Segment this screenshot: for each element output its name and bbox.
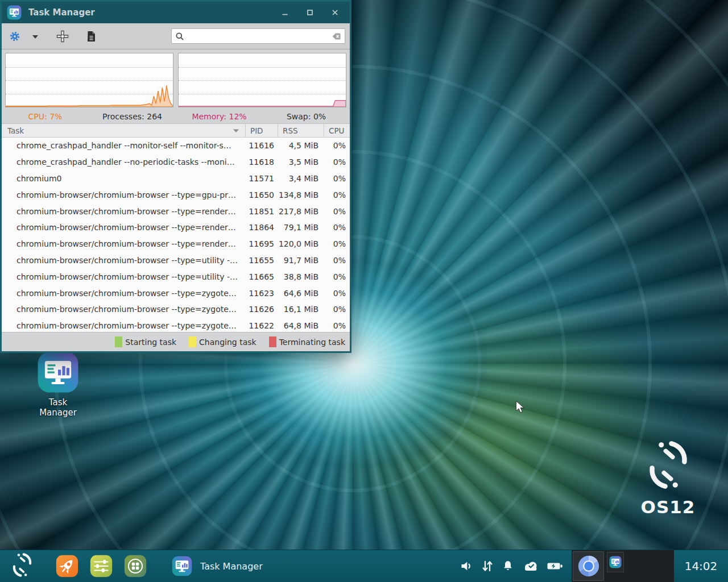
table-row[interactable]: chromium-browser/chromium-browser --type… xyxy=(2,252,350,269)
cpu-cell: 0% xyxy=(324,272,350,281)
volume-icon[interactable] xyxy=(459,559,474,573)
task-manager-window: Task Manager xyxy=(0,0,351,353)
app-grid-button[interactable] xyxy=(124,555,147,577)
pid-cell: 11851 xyxy=(245,207,278,216)
settings-button[interactable] xyxy=(6,27,23,46)
task-cell: chromium-browser/chromium-browser --type… xyxy=(2,207,245,216)
table-header: Task PID RSS CPU xyxy=(2,123,350,138)
tray-chromium-button[interactable] xyxy=(573,551,604,581)
column-header-rss[interactable]: RSS xyxy=(278,124,324,137)
notifications-bell-icon[interactable] xyxy=(501,559,515,573)
legend-label: Changing task xyxy=(199,338,257,347)
search-input[interactable] xyxy=(187,31,326,41)
cpu-cell: 0% xyxy=(324,289,350,298)
legend-label: Starting task xyxy=(125,338,176,347)
cpu-cell: 0% xyxy=(324,190,350,199)
task-cell: chrome_crashpad_handler --monitor-self -… xyxy=(2,141,245,150)
close-button[interactable] xyxy=(327,6,343,19)
cpu-cell: 0% xyxy=(324,157,350,167)
table-row[interactable]: chromium-browser/chromium-browser --type… xyxy=(2,203,350,219)
table-row[interactable]: chromium-browser/chromium-browser --type… xyxy=(2,186,350,203)
table-row[interactable]: chrome_crashpad_handler --monitor-self -… xyxy=(2,138,350,154)
os-logo-icon-small xyxy=(11,552,33,580)
show-details-button[interactable] xyxy=(81,27,101,46)
legend-item: Changing task xyxy=(189,336,257,347)
rss-cell: 16,1 MiB xyxy=(278,305,324,314)
cloud-sync-icon[interactable] xyxy=(522,559,539,573)
gear-icon xyxy=(9,31,20,42)
legend-item: Starting task xyxy=(115,336,176,347)
table-row[interactable]: chromium-browser/chromium-browser --type… xyxy=(2,318,350,332)
task-manager-icon xyxy=(37,351,79,393)
table-row[interactable]: chromium-browser/chromium-browser --type… xyxy=(2,285,350,301)
memory-graph-panel xyxy=(178,53,346,107)
cpu-cell: 0% xyxy=(324,256,350,265)
clear-search-icon[interactable] xyxy=(329,32,341,41)
maximize-icon xyxy=(307,9,313,16)
table-row[interactable]: chromium-browser/chromium-browser --type… xyxy=(2,268,350,285)
tray-task-manager-button[interactable] xyxy=(607,552,624,572)
pid-cell: 11622 xyxy=(245,321,278,330)
app-grid-icon xyxy=(124,555,147,577)
taskbar-app-label: Task Manager xyxy=(200,561,263,572)
document-icon xyxy=(86,31,96,42)
column-header-task[interactable]: Task xyxy=(2,124,245,137)
crosshair-icon xyxy=(56,30,69,43)
minimize-icon xyxy=(282,9,288,16)
table-row[interactable]: chromium-browser/chromium-browser --type… xyxy=(2,301,350,318)
table-row[interactable]: chromium-browser/chromium-browser --type… xyxy=(2,219,350,236)
cpu-header-label: CPU xyxy=(329,126,344,135)
table-row[interactable]: chromium0115713,4 MiB0% xyxy=(2,171,350,187)
table-row[interactable]: chrome_crashpad_handler --no-periodic-ta… xyxy=(2,154,350,171)
pid-cell: 11571 xyxy=(245,174,278,183)
cpu-cell: 0% xyxy=(324,305,350,314)
network-traffic-icon[interactable] xyxy=(481,559,494,573)
taskbar-clock[interactable]: 14:02 xyxy=(674,559,728,573)
rss-cell: 64,8 MiB xyxy=(278,321,324,330)
pid-cell: 11623 xyxy=(245,289,278,298)
window-title: Task Manager xyxy=(28,7,277,18)
pid-cell: 11695 xyxy=(245,239,278,248)
memory-graph xyxy=(179,53,346,107)
identify-window-button[interactable] xyxy=(53,27,72,46)
chevron-down-icon xyxy=(32,34,39,39)
task-cell: chromium0 xyxy=(2,174,245,183)
task-cell: chromium-browser/chromium-browser --type… xyxy=(2,256,245,265)
column-header-pid[interactable]: PID xyxy=(245,124,278,137)
toolbar xyxy=(2,23,350,49)
pid-cell: 11665 xyxy=(245,272,278,281)
cpu-cell: 0% xyxy=(324,207,350,216)
search-box xyxy=(171,28,345,44)
task-cell: chromium-browser/chromium-browser --type… xyxy=(2,321,245,330)
stat-cpu: CPU: 7% xyxy=(2,112,89,121)
task-cell: chromium-browser/chromium-browser --type… xyxy=(2,223,245,232)
rss-cell: 3,5 MiB xyxy=(278,157,324,167)
pid-cell: 11650 xyxy=(245,190,278,199)
table-row[interactable]: chromium-browser/chromium-browser --type… xyxy=(2,236,350,252)
taskbar-task-manager-button[interactable]: Task Manager xyxy=(172,556,263,576)
column-header-cpu[interactable]: CPU xyxy=(324,124,350,137)
cpu-graph-panel xyxy=(5,53,173,107)
legend-item: Terminating task xyxy=(269,336,345,347)
battery-charging-icon[interactable] xyxy=(547,560,564,572)
settings-sliders-button[interactable] xyxy=(90,555,113,577)
pid-cell: 11626 xyxy=(245,305,278,314)
rss-cell: 38,8 MiB xyxy=(278,272,324,281)
minimize-button[interactable] xyxy=(277,6,293,19)
rss-cell: 120,0 MiB xyxy=(278,239,324,248)
stat-memory: Memory: 12% xyxy=(176,112,263,121)
legend-label: Terminating task xyxy=(279,338,345,347)
cpu-cell: 0% xyxy=(324,223,350,232)
rss-cell: 91,7 MiB xyxy=(278,256,324,265)
stats-bar: CPU: 7% Processes: 264 Memory: 12% Swap:… xyxy=(2,110,350,123)
rss-header-label: RSS xyxy=(283,126,298,135)
launcher-rocket-button[interactable] xyxy=(56,555,78,577)
rss-cell: 3,4 MiB xyxy=(278,174,324,183)
desktop-icon-task-manager[interactable]: Task Manager xyxy=(32,351,84,418)
rss-cell: 4,5 MiB xyxy=(278,141,324,150)
settings-dropdown-button[interactable] xyxy=(28,27,43,46)
maximize-button[interactable] xyxy=(302,6,318,19)
titlebar[interactable]: Task Manager xyxy=(2,2,350,23)
system-tray xyxy=(572,550,674,582)
start-menu-button[interactable] xyxy=(11,552,33,580)
